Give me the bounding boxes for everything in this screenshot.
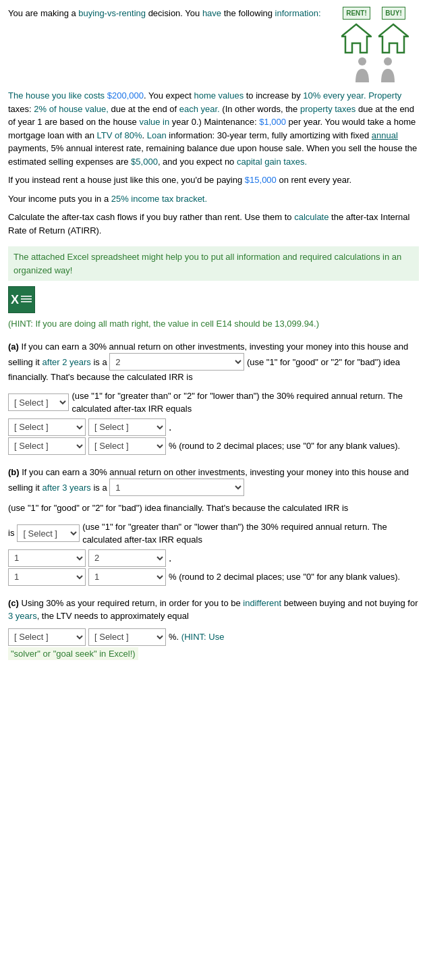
qa-irr-digit3[interactable]: [ Select ] 0123456789	[8, 437, 86, 455]
buy-house-icon	[378, 22, 409, 55]
excel-letter: X	[11, 291, 19, 309]
svg-rect-6	[21, 301, 32, 302]
qc-text3: , the LTV needs to approximately equal	[37, 611, 189, 621]
svg-point-3	[384, 57, 392, 65]
hint2-content: (HINT: If you are doing all math right, …	[8, 319, 319, 329]
qa-irr-row2: [ Select ] 0123456789 [ Select ] 0123456…	[8, 418, 419, 436]
qa-irr-select1[interactable]: [ Select ] 1 2	[8, 393, 69, 411]
excel-icon-container: X	[8, 286, 419, 313]
svg-marker-0	[341, 24, 371, 53]
qb-irr-row2: [ Select ] 1 023456789 [ Select ] 021345…	[8, 549, 419, 567]
qb-label: (b)	[8, 467, 20, 477]
qa-good-bad-select[interactable]: [ Select ] 2 1	[109, 353, 244, 371]
qa-after-text: after 2 years	[42, 357, 91, 367]
question-a-block: (a) If you can earn a 30% annual return …	[8, 340, 419, 455]
top-section: You are making a buying-vs-renting decis…	[8, 7, 419, 84]
qb-irr-select1[interactable]: [ Select ] 1 2	[17, 524, 80, 542]
intro-para1: You are making a buying-vs-renting decis…	[8, 7, 324, 20]
qa-text2: is a	[93, 357, 109, 367]
qc-indifferent: indifferent	[243, 598, 281, 608]
house-icons-container: RENT! BUY!	[331, 7, 419, 84]
svg-point-2	[358, 57, 366, 65]
hint-box: The attached Excel spreadsheet might hel…	[8, 246, 419, 281]
qa-dot: .	[169, 419, 171, 435]
rent-house-icon	[341, 22, 372, 55]
intro-para5: Calculate the after-tax cash flows if yo…	[8, 211, 419, 237]
qb-dot: .	[169, 550, 171, 566]
qb-percent-suffix: % (round to 2 decimal places; use "0" fo…	[169, 570, 400, 584]
qa-text: (a) If you can earn a 30% annual return …	[8, 340, 419, 384]
qb-good-bad-select[interactable]: [ Select ] 1 2	[109, 479, 244, 496]
qb-irr-digit2[interactable]: [ Select ] 0213456789	[88, 549, 166, 567]
qb-irr-select-row: is [ Select ] 1 2 (use "1" for "greater …	[8, 520, 419, 547]
intro-text: You are making a buying-vs-renting decis…	[8, 7, 331, 26]
excel-lines-icon	[20, 294, 32, 306]
qb-gt-lt-text: (use "1" for "greater than" or "lower th…	[82, 520, 419, 547]
svg-rect-4	[21, 296, 32, 297]
hint-text: The attached Excel spreadsheet might hel…	[13, 252, 401, 275]
qa-gt-lt-text: (use "1" for "greater than" or "2" for "…	[72, 389, 419, 416]
qc-percent-hint: %. (HINT: Use	[169, 630, 224, 644]
qb-is-text: is	[8, 526, 14, 540]
qa-percent-suffix: % (round to 2 decimal places; use "0" fo…	[169, 439, 400, 453]
qb-irr-digit4[interactable]: [ Select ] 1 023456789	[88, 568, 166, 586]
qc-goal-seek-hint: "solver" or "goal seek" in Excel!)	[8, 647, 138, 660]
svg-rect-5	[21, 298, 32, 300]
qa-irr-digit2[interactable]: [ Select ] 0123456789	[88, 418, 166, 436]
qc-text1: Using 30% as your required return, in or…	[22, 598, 244, 608]
person1-icon	[352, 57, 372, 84]
svg-marker-1	[378, 24, 408, 53]
buy-label: BUY!	[382, 7, 405, 20]
buy-icon-box: BUY!	[378, 7, 409, 55]
hint2-text: (HINT: If you are doing all math right, …	[8, 317, 419, 331]
excel-icon: X	[8, 286, 35, 313]
qc-3years: 3 years	[8, 611, 37, 621]
qc-select1[interactable]: [ Select ] 1234567890	[8, 628, 86, 646]
qb-irr-digit3[interactable]: [ Select ] 1 023456789	[8, 568, 86, 586]
qa-irr-digit4[interactable]: [ Select ] 0123456789	[88, 437, 166, 455]
qc-text: (c) Using 30% as your required return, i…	[8, 597, 419, 623]
rent-label: RENT!	[343, 7, 370, 20]
question-b-block: (b) If you can earn a 30% annual return …	[8, 466, 419, 586]
qa-label: (a)	[8, 342, 19, 352]
qa-irr-row1: [ Select ] 1 2 (use "1" for "greater tha…	[8, 389, 419, 416]
qb-irr-digit1[interactable]: [ Select ] 1 023456789	[8, 549, 86, 567]
qc-label: (c)	[8, 598, 19, 608]
qc-hint-extra: "solver" or "goal seek" in Excel!)	[8, 647, 419, 661]
qa-irr-row3: [ Select ] 0123456789 [ Select ] 0123456…	[8, 437, 419, 455]
qc-select-row: [ Select ] 1234567890 [ Select ] 1234567…	[8, 628, 419, 646]
qc-text2: between buying and not buying for	[281, 598, 418, 608]
qa-irr-digit1[interactable]: [ Select ] 0123456789	[8, 418, 86, 436]
qb-text: (b) If you can earn a 30% annual return …	[8, 466, 419, 497]
intro-para2: The house you like costs $200,000. You e…	[8, 89, 419, 168]
qb-text2: is a	[93, 483, 109, 493]
rent-icon-box: RENT!	[341, 7, 372, 55]
qc-select2[interactable]: [ Select ] 1234567890	[88, 628, 166, 646]
question-c-block: (c) Using 30% as your required return, i…	[8, 597, 419, 661]
qb-irr-row3: [ Select ] 1 023456789 [ Select ] 1 0234…	[8, 568, 419, 586]
qb-text3: (use "1" for "good" or "2" for "bad") id…	[8, 501, 419, 515]
intro-para3: If you instead rent a house just like th…	[8, 173, 419, 187]
qb-after-text: after 3 years	[42, 483, 91, 493]
intro-para4: Your income puts you in a 25% income tax…	[8, 192, 419, 206]
person2-icon	[378, 57, 398, 84]
